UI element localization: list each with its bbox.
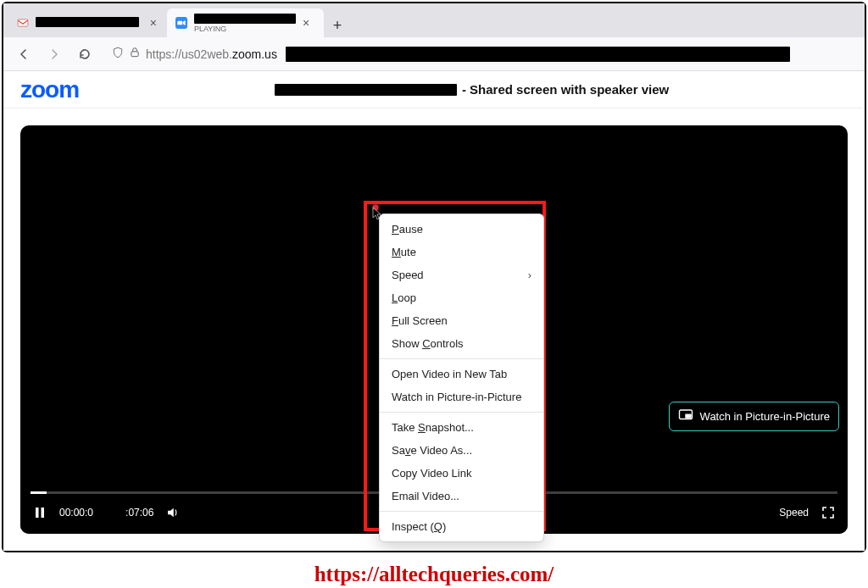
svg-rect-6 bbox=[36, 508, 39, 518]
back-button[interactable] bbox=[14, 44, 34, 64]
zoom-logo: zoom bbox=[20, 76, 79, 103]
forward-button[interactable] bbox=[44, 44, 64, 64]
redacted-text bbox=[118, 508, 125, 516]
svg-rect-5 bbox=[686, 414, 691, 418]
url-text: https://us02web.zoom.us bbox=[146, 47, 277, 61]
svg-rect-0 bbox=[18, 19, 28, 26]
gmail-icon bbox=[17, 17, 29, 29]
close-icon[interactable]: × bbox=[150, 17, 157, 29]
context-menu-item-watch-in-picture-in-picture[interactable]: Watch in Picture-in-Picture bbox=[380, 386, 543, 408]
url-input[interactable]: https://us02web.zoom.us bbox=[105, 42, 854, 66]
fullscreen-button[interactable] bbox=[819, 503, 837, 522]
close-icon[interactable]: × bbox=[303, 17, 309, 29]
browser-tab-2[interactable]: PLAYING × bbox=[167, 8, 324, 37]
tab-strip: × PLAYING × + bbox=[3, 3, 865, 37]
reload-button[interactable] bbox=[75, 44, 95, 64]
svg-rect-3 bbox=[131, 51, 138, 56]
browser-frame: × PLAYING × + https://us02web.zoom.us bbox=[2, 2, 866, 552]
tab-1-label bbox=[36, 17, 143, 30]
chevron-right-icon: › bbox=[528, 269, 531, 281]
current-time: 00:00:0 bbox=[59, 507, 107, 519]
volume-button[interactable] bbox=[164, 503, 182, 522]
context-menu-item-pause[interactable]: Pause bbox=[380, 218, 543, 241]
context-menu-item-save-video-as[interactable]: Save Video As... bbox=[380, 439, 543, 462]
context-menu-item-open-video-in-new-tab[interactable]: Open Video in New Tab bbox=[380, 363, 543, 386]
speed-button[interactable]: Speed bbox=[779, 507, 809, 519]
shield-icon bbox=[112, 47, 124, 62]
svg-rect-7 bbox=[42, 508, 45, 518]
pause-button[interactable] bbox=[31, 503, 49, 522]
context-menu-item-loop[interactable]: Loop bbox=[380, 286, 543, 309]
context-menu-item-speed[interactable]: Speed› bbox=[380, 263, 543, 286]
redacted-text bbox=[194, 14, 296, 24]
redacted-text bbox=[94, 508, 106, 516]
page-content: zoom - Shared screen with speaker view W… bbox=[3, 71, 865, 551]
svg-rect-2 bbox=[177, 21, 182, 25]
timeline-progress bbox=[31, 491, 47, 494]
context-menu-item-take-snapshot[interactable]: Take Snapshot... bbox=[380, 416, 543, 439]
address-bar: https://us02web.zoom.us bbox=[3, 37, 865, 71]
redacted-text bbox=[286, 47, 790, 62]
page-header: zoom - Shared screen with speaker view bbox=[3, 71, 865, 108]
context-menu-item-show-controls[interactable]: Show Controls bbox=[380, 332, 543, 355]
redacted-text bbox=[36, 17, 139, 27]
pip-label: Watch in Picture-in-Picture bbox=[700, 410, 830, 423]
new-tab-button[interactable]: + bbox=[326, 14, 349, 37]
pip-chip[interactable]: Watch in Picture-in-Picture bbox=[669, 402, 839, 431]
redacted-text bbox=[275, 84, 457, 96]
tab-2-label: PLAYING bbox=[194, 14, 296, 33]
context-menu-item-full-screen[interactable]: Full Screen bbox=[380, 309, 543, 332]
page-title: - Shared screen with speaker view bbox=[96, 82, 848, 97]
watermark: https://alltechqueries.com/ bbox=[314, 563, 554, 586]
total-time: :07:06 bbox=[117, 507, 153, 519]
lock-icon bbox=[129, 47, 141, 62]
page-title-suffix: - Shared screen with speaker view bbox=[462, 82, 669, 97]
context-menu-item-copy-video-link[interactable]: Copy Video Link bbox=[380, 462, 543, 485]
context-menu-item-inspect-q[interactable]: Inspect (Q) bbox=[380, 515, 543, 538]
video-area: Watch in Picture-in-Picture 00:00:0 :07:… bbox=[3, 108, 865, 551]
zoom-icon bbox=[175, 17, 187, 29]
tab-2-sublabel: PLAYING bbox=[194, 25, 296, 33]
video-context-menu: PauseMuteSpeed›LoopFull ScreenShow Contr… bbox=[379, 214, 544, 542]
context-menu-item-email-video[interactable]: Email Video... bbox=[380, 485, 543, 508]
browser-tab-1[interactable]: × bbox=[8, 8, 165, 37]
context-menu-item-mute[interactable]: Mute bbox=[380, 241, 543, 263]
pip-icon bbox=[678, 408, 693, 425]
